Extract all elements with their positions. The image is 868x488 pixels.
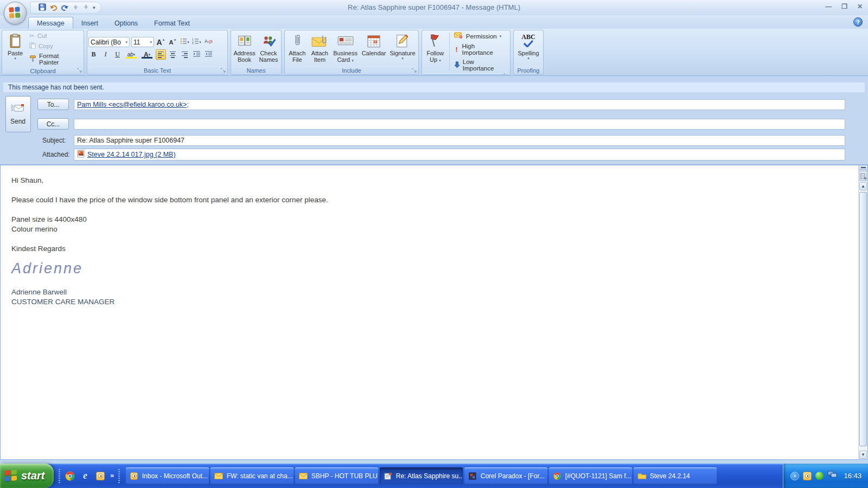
scroll-down-icon[interactable]: ▼: [859, 451, 867, 459]
cc-field[interactable]: [74, 119, 845, 130]
browse-object-button[interactable]: [859, 171, 867, 181]
grow-caret-icon: ▲: [162, 38, 165, 41]
high-importance-button[interactable]: ! High Importance: [452, 42, 508, 56]
font-name-combo[interactable]: Calibri (Bo ▾: [88, 37, 130, 47]
taskbar-button-fw-static-van[interactable]: FW: static van at cha...: [210, 467, 293, 484]
tray-status-icon[interactable]: [815, 472, 824, 480]
align-center-button[interactable]: [168, 49, 178, 60]
outlook-quicklaunch-icon[interactable]: [95, 471, 106, 481]
save-icon[interactable]: [39, 3, 46, 12]
close-button[interactable]: ✕: [857, 3, 863, 10]
check-names-button[interactable]: Check Names: [258, 31, 280, 65]
increase-indent-button[interactable]: [203, 49, 214, 60]
subject-field[interactable]: Re: Atlas Sapphire super F1006947: [74, 135, 845, 146]
tab-message[interactable]: Message: [28, 17, 73, 29]
signature-button[interactable]: Signature ▾: [388, 31, 417, 65]
align-right-button[interactable]: [180, 49, 190, 60]
options-dialog-launcher-icon[interactable]: [503, 73, 509, 75]
body-regards: Kindest Regards: [11, 244, 847, 254]
copy-button[interactable]: Copy: [28, 42, 82, 50]
low-importance-button[interactable]: Low Importance: [452, 58, 508, 72]
scroll-up-icon[interactable]: ▲: [859, 182, 867, 190]
highlight-button[interactable]: ab ▾: [124, 49, 138, 60]
start-button[interactable]: start: [0, 464, 54, 488]
italic-button[interactable]: I: [100, 49, 111, 60]
business-card-button[interactable]: Business Card ▾: [331, 31, 359, 65]
titlebar: ▾ Re: Atlas Sapphire super F1006947 - Me…: [0, 0, 868, 15]
previous-item-icon[interactable]: [72, 4, 79, 11]
address-book-button[interactable]: Address Book: [233, 31, 257, 65]
taskbar-button-re-atlas-active[interactable]: Re: Atlas Sapphire su...: [380, 467, 463, 484]
internet-explorer-quicklaunch-icon[interactable]: e: [80, 471, 91, 481]
attachment-field[interactable]: Steve 24.2.14 017.jpg (2 MB): [74, 149, 845, 160]
permission-button[interactable]: Permission ▾: [452, 31, 508, 41]
to-button[interactable]: To...: [37, 99, 69, 110]
scrollbar-track[interactable]: [859, 191, 867, 450]
taskbar-button-quot-1121[interactable]: [#QUOT-1121] Sam f...: [549, 467, 632, 484]
font-color-button[interactable]: A ▾: [140, 49, 154, 60]
attachment-link[interactable]: Steve 24.2.14 017.jpg (2 MB): [87, 151, 176, 158]
send-button[interactable]: Send: [5, 96, 31, 132]
attach-item-button[interactable]: Attach Item: [309, 31, 331, 65]
taskbar-button-inbox[interactable]: Inbox - Microsoft Out...: [126, 467, 209, 484]
clear-formatting-button[interactable]: A: [203, 37, 214, 47]
help-icon[interactable]: ?: [853, 17, 863, 27]
shrink-font-button[interactable]: A▼: [168, 37, 178, 47]
paste-button[interactable]: Paste ▾: [4, 31, 27, 66]
split-handle[interactable]: [859, 165, 867, 170]
increase-indent-icon: [205, 50, 212, 59]
font-size-caret-icon: ▾: [150, 40, 152, 44]
tray-outlook-reminder-icon[interactable]: [803, 472, 812, 480]
window-gap: [0, 76, 868, 82]
attach-file-button[interactable]: Attach File: [286, 31, 308, 65]
spelling-button[interactable]: ABC Spelling ▾: [515, 31, 541, 65]
grow-font-button[interactable]: A▲: [156, 37, 166, 47]
paste-caret-icon: ▾: [14, 56, 16, 60]
scrollbar-thumb[interactable]: [859, 192, 867, 446]
body-greeting: Hi Shaun,: [11, 176, 847, 185]
basic-text-dialog-launcher-icon[interactable]: [221, 68, 226, 73]
body-colour: Colour merino: [11, 224, 847, 234]
calendar-button[interactable]: Calendar: [360, 31, 387, 65]
clipboard-dialog-launcher-icon[interactable]: [77, 68, 82, 73]
body-editor[interactable]: Hi Shaun, Please could I have the price …: [1, 165, 858, 459]
body-panel-size: Panel size is 4400x480: [11, 215, 847, 224]
quicklaunch-overflow-icon[interactable]: »: [110, 471, 114, 479]
paperclip-icon: [293, 33, 301, 49]
align-left-button[interactable]: [156, 49, 166, 60]
taskbar-button-sbhp[interactable]: SBHP - HOT TUB PLU...: [295, 467, 378, 484]
undo-icon[interactable]: [49, 4, 58, 12]
to-field[interactable]: Pam Mills <ecs@efield.karoo.co.uk>;: [74, 99, 845, 110]
ribbon-tabs: Message Insert Options Format Text ?: [0, 15, 868, 29]
cut-button[interactable]: ✂ Cut: [28, 31, 82, 40]
cc-button[interactable]: Cc...: [37, 118, 69, 130]
numbering-caret-icon: ▾: [199, 40, 201, 44]
format-painter-button[interactable]: Format Painter: [28, 52, 82, 66]
redo-icon[interactable]: [61, 4, 69, 12]
numbering-button[interactable]: 123 ▾: [192, 37, 202, 47]
group-label-proofing: Proofing: [518, 67, 540, 74]
decrease-indent-button[interactable]: [192, 49, 202, 60]
bold-button[interactable]: B: [88, 49, 99, 60]
tray-network-icon[interactable]: [827, 471, 837, 481]
tab-format-text[interactable]: Format Text: [146, 17, 198, 29]
restore-button[interactable]: ❐: [841, 3, 847, 10]
taskbar-button-steve-folder[interactable]: Steve 24.2.14: [634, 467, 717, 484]
taskbar-button-corel-paradox[interactable]: Corel Paradox - [For...: [464, 467, 547, 484]
tab-options[interactable]: Options: [106, 17, 146, 29]
chrome-quicklaunch-icon[interactable]: [65, 471, 75, 481]
group-proofing: ABC Spelling ▾ Proofing: [513, 30, 544, 75]
tray-collapse-icon[interactable]: ‹: [790, 472, 799, 480]
vertical-scrollbar[interactable]: ▲ ▼: [858, 165, 867, 459]
office-button[interactable]: [4, 2, 27, 24]
qat-customize-icon[interactable]: ▾: [93, 5, 95, 10]
tab-insert[interactable]: Insert: [73, 17, 106, 29]
follow-up-button[interactable]: Follow Up ▾: [424, 31, 447, 72]
next-item-icon[interactable]: [82, 4, 90, 11]
minimize-button[interactable]: —: [825, 3, 832, 10]
include-dialog-launcher-icon[interactable]: [412, 68, 417, 73]
font-size-combo[interactable]: 11 ▾: [131, 37, 154, 47]
underline-button[interactable]: U: [112, 49, 123, 60]
group-label-clipboard: Clipboard: [30, 68, 55, 74]
bullets-button[interactable]: ▾: [180, 37, 190, 47]
